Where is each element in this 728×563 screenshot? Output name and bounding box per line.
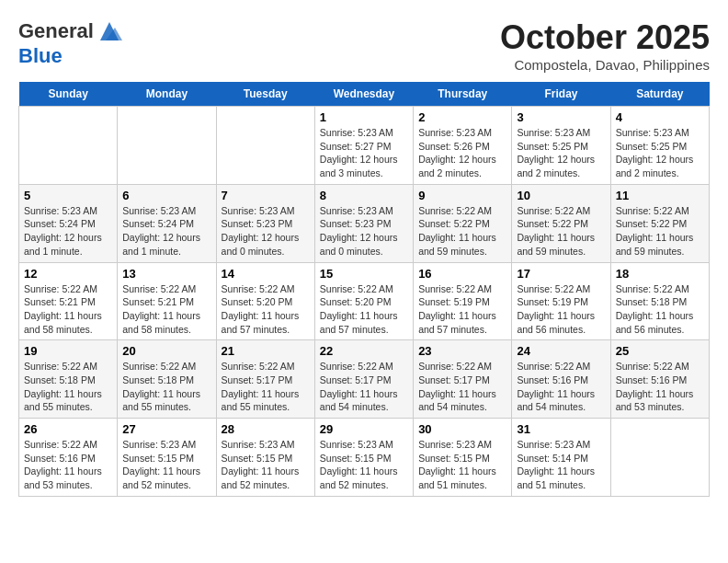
calendar-cell: 14Sunrise: 5:22 AMSunset: 5:20 PMDayligh… [216, 262, 314, 340]
day-header-wednesday: Wednesday [314, 82, 413, 107]
day-info: Sunrise: 5:23 AMSunset: 5:25 PMDaylight:… [517, 126, 605, 180]
week-row-2: 5Sunrise: 5:23 AMSunset: 5:24 PMDaylight… [19, 184, 710, 262]
day-number: 15 [320, 267, 408, 281]
day-number: 30 [418, 422, 506, 436]
calendar-cell: 22Sunrise: 5:22 AMSunset: 5:17 PMDayligh… [314, 340, 413, 419]
calendar-cell: 23Sunrise: 5:22 AMSunset: 5:17 PMDayligh… [414, 340, 512, 419]
calendar-cell: 21Sunrise: 5:22 AMSunset: 5:17 PMDayligh… [216, 340, 314, 419]
location-subtitle: Compostela, Davao, Philippines [500, 57, 710, 73]
day-info: Sunrise: 5:23 AMSunset: 5:24 PMDaylight:… [24, 204, 112, 259]
day-number: 29 [320, 422, 408, 436]
day-number: 14 [222, 267, 310, 281]
day-number: 19 [24, 344, 112, 358]
day-header-monday: Monday [118, 82, 216, 107]
day-number: 4 [616, 110, 704, 124]
day-number: 17 [517, 267, 605, 281]
day-number: 13 [122, 267, 210, 281]
day-number: 12 [24, 267, 112, 281]
day-info: Sunrise: 5:22 AMSunset: 5:17 PMDaylight:… [320, 360, 408, 414]
calendar-table: SundayMondayTuesdayWednesdayThursdayFrid… [18, 82, 710, 497]
day-info: Sunrise: 5:22 AMSunset: 5:20 PMDaylight:… [222, 282, 310, 337]
day-number: 9 [418, 189, 506, 202]
day-info: Sunrise: 5:23 AMSunset: 5:14 PMDaylight:… [517, 438, 605, 492]
page-header: General Blue October 2025 Compostela, Da… [18, 18, 710, 73]
calendar-cell: 27Sunrise: 5:23 AMSunset: 5:15 PMDayligh… [118, 419, 216, 497]
calendar-cell [19, 107, 118, 185]
day-number: 3 [517, 110, 605, 124]
day-info: Sunrise: 5:22 AMSunset: 5:18 PMDaylight:… [616, 282, 704, 337]
day-info: Sunrise: 5:23 AMSunset: 5:15 PMDaylight:… [418, 438, 506, 492]
week-row-5: 26Sunrise: 5:22 AMSunset: 5:16 PMDayligh… [19, 419, 710, 497]
calendar-cell: 9Sunrise: 5:22 AMSunset: 5:22 PMDaylight… [414, 184, 512, 262]
day-info: Sunrise: 5:23 AMSunset: 5:23 PMDaylight:… [320, 204, 408, 259]
day-number: 27 [122, 422, 210, 436]
calendar-cell: 15Sunrise: 5:22 AMSunset: 5:20 PMDayligh… [314, 262, 413, 340]
day-header-tuesday: Tuesday [216, 82, 314, 107]
calendar-cell: 30Sunrise: 5:23 AMSunset: 5:15 PMDayligh… [414, 419, 512, 497]
calendar-cell: 11Sunrise: 5:22 AMSunset: 5:22 PMDayligh… [610, 184, 709, 262]
calendar-cell [610, 419, 709, 497]
day-info: Sunrise: 5:23 AMSunset: 5:25 PMDaylight:… [616, 126, 704, 180]
day-number: 23 [418, 344, 506, 358]
day-number: 20 [122, 344, 210, 358]
day-number: 6 [122, 189, 210, 202]
day-info: Sunrise: 5:23 AMSunset: 5:26 PMDaylight:… [418, 126, 506, 180]
calendar-cell: 31Sunrise: 5:23 AMSunset: 5:14 PMDayligh… [512, 419, 610, 497]
calendar-cell: 20Sunrise: 5:22 AMSunset: 5:18 PMDayligh… [118, 340, 216, 419]
calendar-cell: 19Sunrise: 5:22 AMSunset: 5:18 PMDayligh… [19, 340, 118, 419]
day-info: Sunrise: 5:22 AMSunset: 5:19 PMDaylight:… [517, 282, 605, 337]
calendar-cell: 24Sunrise: 5:22 AMSunset: 5:16 PMDayligh… [512, 340, 610, 419]
day-info: Sunrise: 5:23 AMSunset: 5:23 PMDaylight:… [222, 204, 310, 259]
calendar-cell: 28Sunrise: 5:23 AMSunset: 5:15 PMDayligh… [216, 419, 314, 497]
calendar-cell: 10Sunrise: 5:22 AMSunset: 5:22 PMDayligh… [512, 184, 610, 262]
month-title: October 2025 [500, 18, 710, 57]
day-number: 8 [320, 189, 408, 202]
week-row-3: 12Sunrise: 5:22 AMSunset: 5:21 PMDayligh… [19, 262, 710, 340]
day-info: Sunrise: 5:23 AMSunset: 5:27 PMDaylight:… [320, 126, 408, 180]
calendar-cell: 3Sunrise: 5:23 AMSunset: 5:25 PMDaylight… [512, 107, 610, 185]
day-number: 2 [418, 110, 506, 124]
calendar-cell: 26Sunrise: 5:22 AMSunset: 5:16 PMDayligh… [19, 419, 118, 497]
logo: General Blue [18, 18, 122, 68]
day-info: Sunrise: 5:22 AMSunset: 5:16 PMDaylight:… [616, 360, 704, 414]
calendar-cell: 29Sunrise: 5:23 AMSunset: 5:15 PMDayligh… [314, 419, 413, 497]
calendar-cell: 4Sunrise: 5:23 AMSunset: 5:25 PMDaylight… [610, 107, 709, 185]
day-number: 25 [616, 344, 704, 358]
calendar-cell: 18Sunrise: 5:22 AMSunset: 5:18 PMDayligh… [610, 262, 709, 340]
logo-icon [97, 18, 122, 44]
calendar-cell: 6Sunrise: 5:23 AMSunset: 5:24 PMDaylight… [118, 184, 216, 262]
week-row-4: 19Sunrise: 5:22 AMSunset: 5:18 PMDayligh… [19, 340, 710, 419]
week-row-1: 1Sunrise: 5:23 AMSunset: 5:27 PMDaylight… [19, 107, 710, 185]
day-info: Sunrise: 5:22 AMSunset: 5:19 PMDaylight:… [418, 282, 506, 337]
calendar-cell: 13Sunrise: 5:22 AMSunset: 5:21 PMDayligh… [118, 262, 216, 340]
day-number: 5 [24, 189, 112, 202]
calendar-cell: 1Sunrise: 5:23 AMSunset: 5:27 PMDaylight… [314, 107, 413, 185]
calendar-cell: 12Sunrise: 5:22 AMSunset: 5:21 PMDayligh… [19, 262, 118, 340]
calendar-cell: 16Sunrise: 5:22 AMSunset: 5:19 PMDayligh… [414, 262, 512, 340]
days-header-row: SundayMondayTuesdayWednesdayThursdayFrid… [19, 82, 710, 107]
day-info: Sunrise: 5:22 AMSunset: 5:21 PMDaylight:… [24, 282, 112, 337]
day-number: 21 [222, 344, 310, 358]
day-header-sunday: Sunday [19, 82, 118, 107]
day-info: Sunrise: 5:22 AMSunset: 5:22 PMDaylight:… [616, 204, 704, 259]
day-number: 26 [24, 422, 112, 436]
day-info: Sunrise: 5:22 AMSunset: 5:16 PMDaylight:… [24, 438, 112, 492]
day-header-friday: Friday [512, 82, 610, 107]
day-info: Sunrise: 5:23 AMSunset: 5:24 PMDaylight:… [122, 204, 210, 259]
calendar-cell [118, 107, 216, 185]
calendar-cell: 2Sunrise: 5:23 AMSunset: 5:26 PMDaylight… [414, 107, 512, 185]
day-number: 31 [517, 422, 605, 436]
day-number: 16 [418, 267, 506, 281]
title-block: October 2025 Compostela, Davao, Philippi… [500, 18, 710, 73]
day-number: 24 [517, 344, 605, 358]
day-info: Sunrise: 5:22 AMSunset: 5:22 PMDaylight:… [418, 204, 506, 259]
day-info: Sunrise: 5:22 AMSunset: 5:20 PMDaylight:… [320, 282, 408, 337]
day-info: Sunrise: 5:22 AMSunset: 5:17 PMDaylight:… [222, 360, 310, 414]
calendar-cell: 17Sunrise: 5:22 AMSunset: 5:19 PMDayligh… [512, 262, 610, 340]
day-info: Sunrise: 5:22 AMSunset: 5:18 PMDaylight:… [24, 360, 112, 414]
day-info: Sunrise: 5:22 AMSunset: 5:16 PMDaylight:… [517, 360, 605, 414]
calendar-cell: 5Sunrise: 5:23 AMSunset: 5:24 PMDaylight… [19, 184, 118, 262]
day-number: 10 [517, 189, 605, 202]
logo-blue-text: Blue [18, 44, 63, 67]
day-info: Sunrise: 5:22 AMSunset: 5:22 PMDaylight:… [517, 204, 605, 259]
